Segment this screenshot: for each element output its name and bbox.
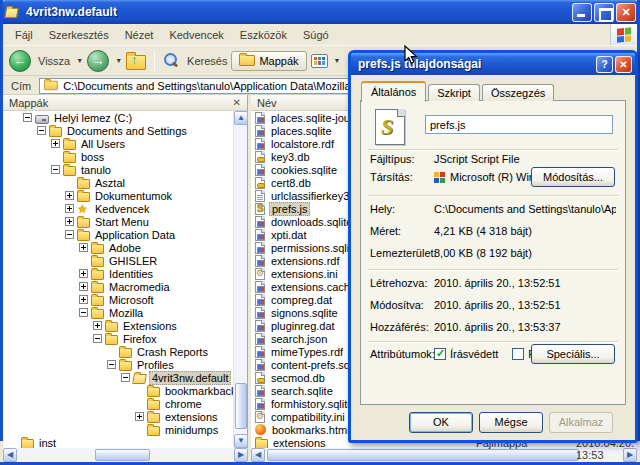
tree-item[interactable]: bookmarkbackups [3, 384, 247, 397]
scroll-up-icon[interactable]: ▲ [234, 111, 248, 125]
tree-item[interactable]: Profiles [3, 358, 247, 371]
tree-item[interactable]: Mozilla [3, 306, 247, 319]
readonly-checkbox[interactable] [434, 348, 446, 360]
close-pane-icon[interactable]: ✕ [233, 97, 241, 108]
expander-minus-icon[interactable] [51, 165, 60, 174]
tree-item[interactable]: boss [3, 150, 247, 163]
expander-plus-icon[interactable] [65, 191, 74, 200]
scroll-right-icon[interactable]: ▶ [234, 448, 248, 462]
tree-item[interactable]: Dokumentumok [3, 189, 247, 202]
views-dropdown-icon[interactable]: ▼ [334, 57, 341, 64]
expander-minus-icon[interactable] [93, 334, 102, 343]
tree-item[interactable]: Documents and Settings [3, 124, 247, 137]
forward-dropdown-icon[interactable]: ▼ [115, 57, 122, 64]
tree-item[interactable]: 4vrit3nw.default [3, 371, 247, 384]
scroll-left-icon[interactable]: ◀ [3, 448, 17, 462]
expander-plus-icon[interactable] [51, 139, 60, 148]
tree-item[interactable]: ★Kedvencek [3, 202, 247, 215]
tree-item[interactable]: Application Data [3, 228, 247, 241]
tree-item[interactable]: Crash Reports [3, 345, 247, 358]
tab-general[interactable]: Általános [361, 81, 426, 102]
back-dropdown-icon[interactable]: ▼ [76, 57, 83, 64]
menu-tools[interactable]: Eszközök [232, 27, 295, 43]
expander-plus-icon[interactable] [79, 295, 88, 304]
search-icon[interactable] [163, 53, 178, 68]
tree-item[interactable]: inst [3, 436, 247, 448]
scroll-thumb[interactable] [267, 449, 579, 461]
expander-minus-icon[interactable] [37, 126, 46, 135]
tree-item[interactable]: Helyi lemez (C:) [3, 111, 247, 124]
tree-item[interactable]: Start Menu [3, 215, 247, 228]
tree-item[interactable]: tanulo [3, 163, 247, 176]
views-button[interactable] [311, 54, 328, 68]
expander-plus-icon[interactable] [65, 217, 74, 226]
expander-minus-icon[interactable] [121, 373, 130, 382]
folders-toggle-button[interactable]: Mappák [231, 51, 306, 71]
tree-item[interactable]: Macromedia [3, 280, 247, 293]
dialog-close-button[interactable]: ✕ [615, 56, 632, 73]
readonly-label[interactable]: Írásvédett [450, 348, 498, 360]
tree-horizontal-scrollbar[interactable]: ◀ ▶ [3, 448, 248, 462]
expander-plus-icon[interactable] [65, 204, 74, 213]
filename-input[interactable] [425, 115, 613, 134]
tree-item[interactable]: minidumps [3, 423, 247, 436]
tree-item[interactable]: Extensions [3, 319, 247, 332]
expander-minus-icon[interactable] [23, 113, 32, 122]
back-label[interactable]: Vissza [38, 55, 70, 67]
expander-plus-icon[interactable] [79, 269, 88, 278]
tree-item[interactable]: Adobe [3, 241, 247, 254]
change-button[interactable]: Módosítás... [531, 167, 615, 187]
window-icon [4, 8, 19, 18]
column-name[interactable]: Név [257, 97, 277, 109]
expander-plus-icon[interactable] [79, 243, 88, 252]
tab-summary[interactable]: Összegzés [482, 84, 554, 101]
tree-item-label: boss [79, 151, 106, 163]
scroll-thumb[interactable] [235, 383, 247, 429]
menu-edit[interactable]: Szerkesztés [41, 27, 117, 43]
maximize-button[interactable] [594, 3, 614, 22]
expander-minus-icon[interactable] [65, 230, 74, 239]
expander-plus-icon[interactable] [93, 321, 102, 330]
tree-item[interactable]: Identities [3, 267, 247, 280]
gen-file-icon [255, 138, 265, 150]
dialog-titlebar[interactable]: prefs.js tulajdonságai ? ✕ [351, 53, 635, 75]
file-name: search.sqlite [269, 385, 335, 397]
tree-item[interactable]: Asztal [3, 176, 247, 189]
menu-favorites[interactable]: Kedvencek [161, 27, 231, 43]
tree-item[interactable]: GHISLER [3, 254, 247, 267]
search-label[interactable]: Keresés [187, 55, 227, 67]
menu-file[interactable]: Fájl [7, 27, 41, 43]
expander-minus-icon[interactable] [79, 308, 88, 317]
tree-vertical-scrollbar[interactable]: ▲ ▼ [233, 111, 247, 448]
forward-button[interactable]: → [87, 50, 109, 72]
advanced-button[interactable]: Speciális... [531, 344, 615, 364]
cancel-button[interactable]: Mégse [479, 412, 543, 433]
file-name: places.sqlite [269, 125, 334, 137]
ok-button[interactable]: OK [409, 412, 473, 433]
tree-item[interactable]: All Users [3, 137, 247, 150]
folder-icon [63, 140, 76, 150]
close-button[interactable] [616, 3, 636, 22]
db-file-icon [255, 177, 265, 189]
scroll-down-icon[interactable]: ▼ [234, 434, 248, 448]
help-button[interactable]: ? [596, 56, 613, 73]
hidden-checkbox[interactable] [512, 348, 524, 360]
tree-item[interactable]: chrome [3, 397, 247, 410]
minimize-button[interactable] [572, 3, 592, 22]
back-button[interactable]: ← [9, 50, 31, 72]
titlebar[interactable]: 4vrit3nw.default [0, 0, 640, 24]
expander-minus-icon[interactable] [107, 360, 116, 369]
apply-button[interactable]: Alkalmaz [549, 412, 613, 433]
scroll-left-icon[interactable]: ◀ [251, 448, 265, 462]
menu-view[interactable]: Nézet [117, 27, 162, 43]
menu-help[interactable]: Súgó [295, 27, 337, 43]
up-button[interactable] [126, 55, 146, 70]
expander-plus-icon[interactable] [79, 282, 88, 291]
tree-item[interactable]: Microsoft [3, 293, 247, 306]
scroll-thumb[interactable] [95, 449, 150, 461]
tab-script[interactable]: Szkript [428, 84, 480, 101]
tree-item[interactable]: extensions [3, 410, 247, 423]
expander-plus-icon[interactable] [135, 412, 144, 421]
file-name: bookmarks.html [270, 424, 352, 436]
tree-item[interactable]: Firefox [3, 332, 247, 345]
